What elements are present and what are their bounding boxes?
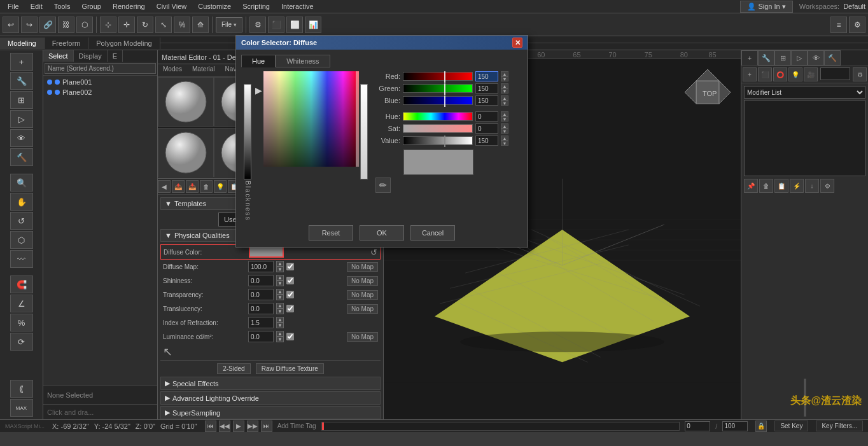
shininess-map-btn[interactable]: No Map — [347, 276, 378, 286]
value-bar[interactable] — [403, 136, 473, 145]
diffuse-map-check[interactable] — [286, 263, 294, 270]
align-btn[interactable]: ⬜ — [286, 17, 303, 33]
display-icon[interactable]: 👁 — [10, 129, 33, 147]
mod-trash-btn[interactable]: 🗑 — [759, 179, 773, 193]
get-from-scene-btn[interactable]: 📥 — [186, 180, 199, 193]
refraction-spinner[interactable]: ▲ ▼ — [276, 317, 284, 328]
spinner-down[interactable]: ▼ — [276, 267, 284, 272]
diffuse-map-input[interactable] — [248, 261, 274, 272]
create-selection-btn[interactable]: File ▾ — [216, 17, 242, 32]
lasso-icon[interactable]: 〰 — [10, 250, 33, 268]
spinner-down[interactable]: ▼ — [276, 337, 284, 342]
graph-btn[interactable]: 📊 — [305, 17, 321, 33]
tl-play-btn[interactable]: ▶ — [233, 421, 244, 432]
spinner-up[interactable]: ▲ — [276, 261, 284, 267]
two-sided-btn[interactable]: 2-Sided — [217, 363, 250, 374]
maxscript-icon[interactable]: MAX — [10, 399, 33, 417]
modify-icon[interactable]: 🔧 — [10, 72, 33, 90]
green-up[interactable]: ▲ — [501, 83, 508, 88]
menu-civil-view[interactable]: Civil View — [151, 1, 192, 11]
utilities-icon[interactable]: 🔨 — [10, 148, 33, 166]
spinner-up[interactable]: ▲ — [276, 317, 284, 323]
hue-sat-area[interactable] — [263, 71, 359, 179]
shininess-spinner[interactable]: ▲ ▼ — [276, 275, 284, 286]
spinner-down[interactable]: ▼ — [276, 309, 284, 314]
tl-prev-btn[interactable]: ◀◀ — [219, 421, 230, 432]
blue-bar[interactable] — [403, 96, 473, 105]
diffuse-color-swatch[interactable] — [249, 246, 284, 258]
orbit-icon[interactable]: ↺ — [10, 212, 33, 230]
spinner-down[interactable]: ▼ — [276, 281, 284, 286]
sort-dropdown[interactable]: Name (Sorted Ascend.) — [45, 63, 156, 74]
mirror-btn[interactable]: ⬛ — [268, 17, 284, 33]
pan-icon[interactable]: ✋ — [10, 193, 33, 211]
hue-spinner[interactable]: ▲ ▼ — [501, 111, 508, 122]
eyedropper-btn[interactable]: ✏ — [375, 178, 391, 193]
diffuse-map-btn[interactable]: No Map — [347, 262, 378, 272]
redo-btn[interactable]: ↪ — [21, 17, 38, 33]
red-up[interactable]: ▲ — [501, 71, 508, 76]
rt-btn-2[interactable]: ⬛ — [758, 67, 772, 81]
tab-hue[interactable]: Hue — [241, 55, 276, 67]
transparency-spinner[interactable]: ▲ ▼ — [276, 289, 284, 300]
rt-tab-create[interactable]: + — [741, 50, 758, 66]
green-input[interactable] — [475, 83, 498, 94]
sat-down[interactable]: ▼ — [501, 129, 508, 134]
undo-btn[interactable]: ↩ — [3, 17, 19, 33]
mat-prev[interactable]: ◀ — [158, 180, 171, 193]
value-input[interactable] — [475, 136, 498, 146]
red-spinner[interactable]: ▲ ▼ — [501, 71, 508, 81]
layer-btn[interactable]: ≡ — [830, 17, 847, 33]
spinner-down[interactable]: ▼ — [276, 295, 284, 300]
unlink-btn[interactable]: ⛓ — [58, 17, 74, 33]
sat-input[interactable] — [475, 123, 498, 134]
value-up[interactable]: ▲ — [501, 136, 508, 141]
rotate-btn[interactable]: ↻ — [137, 17, 153, 33]
tab-modeling[interactable]: Modeling — [0, 38, 45, 49]
red-bar[interactable] — [403, 72, 473, 81]
place-btn[interactable]: ⟰ — [192, 17, 209, 33]
menu-scripting[interactable]: Scripting — [237, 1, 275, 11]
reset-btn[interactable]: Reset — [309, 225, 353, 240]
mod-pin-btn[interactable]: 📌 — [744, 179, 758, 193]
menu-edit[interactable]: Edit — [25, 1, 48, 11]
blue-up[interactable]: ▲ — [501, 95, 508, 101]
transparency-input[interactable] — [248, 289, 274, 300]
white-slider[interactable] — [360, 84, 368, 179]
hue-up[interactable]: ▲ — [501, 111, 508, 116]
hue-bar[interactable] — [403, 112, 473, 121]
transparency-check[interactable] — [286, 291, 294, 298]
color-selector-dialog[interactable]: Color Selector: Diffuse ✕ Hue Whiteness … — [235, 35, 528, 247]
mat-sphere-5[interactable] — [158, 128, 214, 178]
modifier-search[interactable] — [820, 67, 850, 80]
add-time-tag-btn[interactable]: Add Time Tag — [277, 422, 316, 429]
luminance-spinner[interactable]: ▲ ▼ — [276, 331, 284, 342]
ok-btn[interactable]: OK — [360, 225, 404, 240]
scale2-btn[interactable]: % — [174, 17, 190, 33]
tl-start-btn[interactable]: ⏮ — [205, 421, 216, 432]
rt-btn-5[interactable]: 🎥 — [804, 67, 818, 81]
transparency-map-btn[interactable]: No Map — [347, 290, 378, 300]
luminance-input[interactable] — [248, 331, 274, 342]
menu-interactive[interactable]: Interactive — [276, 1, 319, 11]
tab-whiteness[interactable]: Whiteness — [276, 55, 330, 67]
tab-polygon-modeling[interactable]: Polygon Modeling — [88, 38, 160, 49]
adv-lighting-section[interactable]: ▶ Advanced Lighting Override — [160, 391, 381, 405]
translucency-check[interactable] — [286, 305, 294, 312]
rt-btn-3[interactable]: ⭕ — [773, 67, 787, 81]
blue-input[interactable] — [475, 95, 498, 106]
spinner-icon[interactable]: ⟳ — [10, 333, 33, 351]
reset-diffuse-icon[interactable]: ↺ — [370, 247, 377, 257]
sign-in-btn[interactable]: 👤 Sign In ▾ — [740, 1, 792, 13]
tl-end-btn[interactable]: ⏭ — [261, 421, 272, 432]
frame-input[interactable] — [685, 421, 710, 431]
timeline-scrubber[interactable] — [321, 422, 680, 431]
refraction-input[interactable] — [248, 317, 274, 328]
select-btn[interactable]: ⊹ — [100, 17, 116, 33]
bind-btn[interactable]: ⬡ — [76, 17, 93, 33]
mod-down-btn[interactable]: ↓ — [805, 179, 819, 193]
mod-settings-btn[interactable]: ⚙ — [820, 179, 834, 193]
mat-nav-material[interactable]: Material — [187, 64, 220, 76]
special-effects-section[interactable]: ▶ Special Effects — [160, 377, 381, 390]
shininess-input[interactable] — [248, 275, 274, 286]
